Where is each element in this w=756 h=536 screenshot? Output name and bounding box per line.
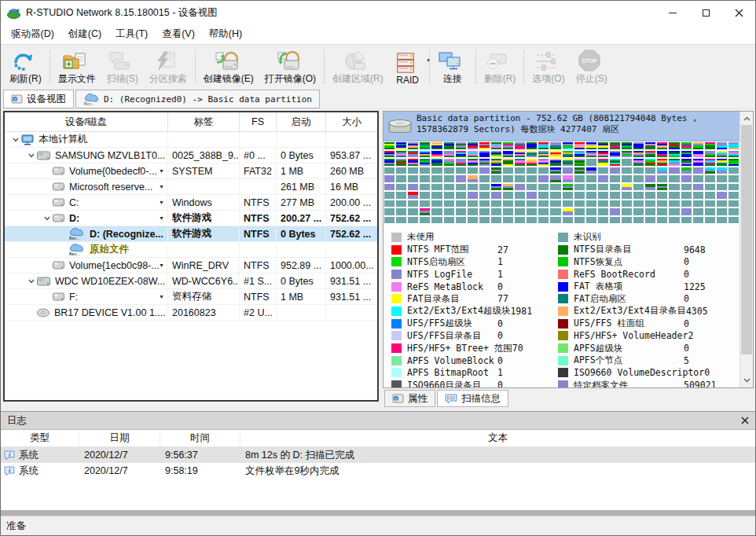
log-row[interactable]: i系统2020/12/79:58:19文件枚举在9秒内完成 [1,463,755,479]
scrollbar-thumb[interactable] [741,125,752,354]
scan-block [420,151,430,158]
log-column-header-3[interactable]: 文本 [240,430,755,446]
scroll-down-icon[interactable] [740,374,753,387]
menu-item-2[interactable]: 工具(T) [108,25,155,43]
minimize-icon [669,13,677,13]
legend-label: APFS VolumeBlock [407,355,497,366]
scan-block [479,200,490,207]
log-close-button[interactable] [741,417,749,424]
scan-block [515,184,525,191]
label-cell: WinRE_DRV [168,258,240,273]
table-row[interactable]: D:▼软件游戏NTFS200.27 ...752.62 ... [5,211,377,226]
toolbar-button-label: 选项(O) [532,72,564,86]
scan-block [491,159,501,166]
log-column-header-0[interactable]: 类型 [1,430,79,446]
table-row[interactable]: Rec.原始文件 [5,242,377,258]
tree-column-header-0[interactable]: 设备/磁盘 [5,112,168,131]
devtab-icon: i [11,94,23,105]
tree-column-header-4[interactable]: 大小 [326,112,377,131]
view-tab-0[interactable]: i设备视图 [3,90,74,108]
table-row[interactable]: Rec.D: (Recognize...软件游戏NTFS0 Bytes752.6… [5,226,377,242]
legend-entry: NTFS MFT范围27 [391,244,558,256]
device-name-cell: SAMSUNG MZVLB1T0... [5,148,168,163]
toolbar-separator [475,50,476,84]
scan-block [693,192,703,199]
chevron-down-icon[interactable] [25,152,37,159]
dropdown-arrow-icon[interactable]: ▼ [159,184,167,189]
dropdown-arrow-icon[interactable]: ▼ [159,168,167,174]
table-row[interactable]: SAMSUNG MZVLB1T0...0025_388B_9...#0 ...0… [5,148,377,163]
tree-column-header-3[interactable]: 启动 [277,112,326,131]
scan-block [456,151,466,158]
table-row[interactable]: WDC WD10EZEX-08W...WD-WCC6Y6...#1 S...0 … [5,274,377,289]
fs-cell: #1 S... [240,274,277,288]
info-tab-0[interactable]: i属性 [384,390,435,407]
chevron-down-icon[interactable] [9,136,21,143]
boot-cell: 0 Bytes [277,148,326,163]
toolbar-button-raid[interactable]: RAID▾ [389,46,427,87]
table-row[interactable]: Volume{0bedecf0-...▼SYSTEMFAT321 MB260 M… [5,163,377,179]
dropdown-arrow-icon[interactable]: ▼ [159,262,167,268]
menu-item-3[interactable]: 查看(V) [155,25,202,43]
device-name: D: (Recognize... [90,229,163,240]
scan-block [456,175,466,182]
tree-column-header-1[interactable]: 标签 [168,112,240,131]
toolbar-button-cimage[interactable]: 创建镜像(E) [198,46,259,87]
view-tab-1[interactable]: Rec.D: (Recognized0) -> Basic data parti… [75,90,320,108]
scroll-up-icon[interactable] [740,112,753,125]
scan-block [468,200,478,207]
device-name: SAMSUNG MZVLB1T0... [55,150,165,161]
device-name: Microsoft reserve... [69,182,152,193]
info-tab-1[interactable]: 扫描信息 [437,390,508,407]
table-row[interactable]: Microsoft reserve...▼261 MB16 MB [5,179,377,195]
log-column-header-1[interactable]: 日期 [79,430,160,446]
legend-count: 9648 [684,244,706,255]
scan-panel-scrollbar[interactable] [739,112,753,387]
toolbar-button-showfiles[interactable]: 显示文件 [53,46,101,87]
scan-block [408,184,418,191]
table-row[interactable]: BR17 DEVICE V1.00 1....20160823#2 U... [5,305,377,321]
table-row[interactable]: Volume{1ecb0c98-...▼WinRE_DRVNTFS952.89 … [5,258,377,274]
scan-block [491,184,501,191]
legend-label: NTFS启动扇区 [407,256,497,268]
dropdown-arrow-icon[interactable]: ▼ [159,294,167,299]
scan-block [431,151,442,158]
scan-block [563,184,573,191]
log-row[interactable]: i系统2020/12/79:56:378m 12s 的 D: 扫描已完成 [1,447,755,463]
dropdown-arrow-icon[interactable]: ▼ [159,200,167,205]
scan-block-map[interactable] [384,141,739,226]
scan-block [408,159,418,166]
minimize-button[interactable] [656,1,689,24]
scan-block [431,175,442,182]
scan-block [515,151,525,158]
toolbar-button-connect[interactable]: 连接 [432,46,473,87]
label-cell: 0025_388B_9... [168,148,240,163]
close-button[interactable] [722,1,755,24]
log-column-header-2[interactable]: 时间 [160,430,240,446]
tree-column-header-2[interactable]: FS [240,112,277,131]
dropdown-arrow-icon[interactable]: ▼ [159,215,167,221]
chevron-down-icon[interactable] [41,215,53,222]
toolbar-button-refresh[interactable]: 刷新(R) [4,46,47,87]
scan-block [527,192,537,199]
menu-item-0[interactable]: 驱动器(D) [4,25,61,43]
toolbar-separator [324,50,325,84]
menu-item-4[interactable]: 帮助(H) [202,25,249,43]
toolbar-button-oimage[interactable]: 打开镜像(O) [259,46,321,87]
menu-item-1[interactable]: 创建(C) [61,25,108,43]
scan-block [479,151,490,158]
options-icon [534,48,558,72]
table-row[interactable]: C:▼WindowsNTFS277 MB200.00 ... [5,195,377,211]
legend-label: 未使用 [407,231,497,243]
table-row[interactable]: F:▼资料存储NTFS1 MB931.51 ... [5,289,377,305]
scan-block [586,192,596,199]
scan-block [728,175,739,182]
scan-block [444,159,454,166]
legend-color-swatch [391,356,402,365]
log-column-label: 时间 [190,431,210,445]
dropdown-arrow-icon[interactable]: ▾ [427,57,430,64]
maximize-button[interactable] [689,1,722,24]
table-row[interactable]: 本地计算机 [5,132,377,148]
chevron-down-icon[interactable] [25,277,37,285]
scan-block [408,142,418,149]
